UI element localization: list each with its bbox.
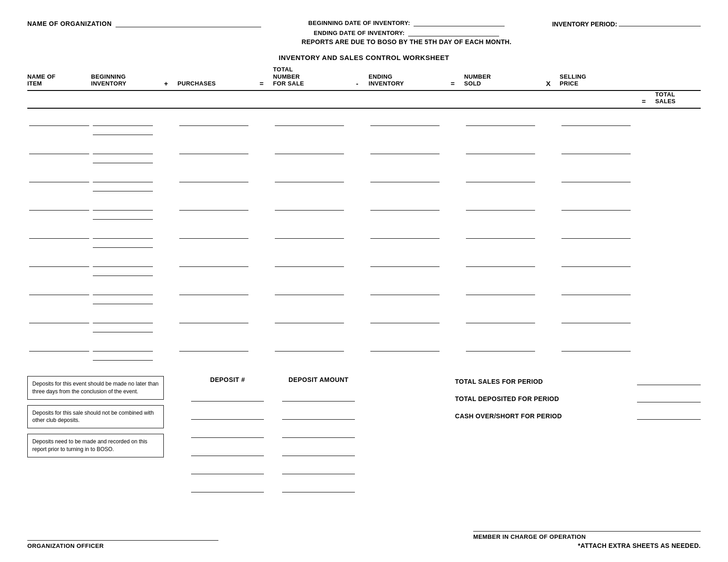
deposit-amount-label: DEPOSIT AMOUNT <box>282 376 355 383</box>
cell-num-sold <box>466 342 535 351</box>
cell-name <box>29 230 89 239</box>
cash-over-short-label: CASH OVER/SHORT FOR PERIOD <box>455 412 562 420</box>
cell-ending-inv <box>370 286 440 295</box>
cell-ending-inv <box>370 145 440 154</box>
table-row <box>27 334 701 362</box>
attach-note: *ATTACH EXTRA SHEETS AS NEEDED. <box>578 542 701 549</box>
cell-begin-inv <box>93 258 153 267</box>
cell-ending-inv <box>370 173 440 182</box>
deposit-amount-line-5 <box>282 465 355 474</box>
cell-total-sales <box>93 154 153 163</box>
cell-total-for-sale <box>275 258 344 267</box>
column-headers: NAME OFITEM BEGINNINGINVENTORY + PURCHAS… <box>27 66 701 91</box>
cell-selling-price <box>561 201 631 211</box>
cell-total-sales <box>93 211 153 220</box>
cell-selling-price <box>561 173 631 182</box>
cell-total-sales <box>93 295 153 304</box>
deposit-amount-line-6 <box>282 483 355 492</box>
table-row <box>27 137 701 165</box>
cash-over-short-row: CASH OVER/SHORT FOR PERIOD <box>455 411 701 420</box>
total-sales-period-row: TOTAL SALES FOR PERIOD <box>455 376 701 385</box>
cell-total-for-sale <box>275 286 344 295</box>
table-row <box>27 221 701 250</box>
notes-section: Deposits for this event should be made n… <box>27 376 164 495</box>
table-row <box>27 109 701 137</box>
cell-total-sales <box>93 182 153 191</box>
ending-date-line <box>408 28 499 36</box>
cell-purchases <box>179 286 248 295</box>
cell-num-sold <box>466 201 535 211</box>
table-row <box>27 278 701 306</box>
cell-purchases <box>179 314 248 323</box>
deposit-section: DEPOSIT # DEPOSIT AMOUNT <box>164 376 437 495</box>
cell-name <box>29 173 89 182</box>
cell-selling-price <box>561 117 631 126</box>
cell-name <box>29 342 89 351</box>
cash-over-short-line <box>637 411 701 420</box>
col-headers-row2: = TOTALSALES <box>27 91 701 109</box>
cell-total-sales <box>93 323 153 332</box>
col-beginning-inventory: BEGINNINGINVENTORY <box>91 73 155 87</box>
cell-selling-price <box>561 314 631 323</box>
member-label: MEMBER IN CHARGE OF OPERATION <box>473 533 586 540</box>
cell-num-sold <box>466 258 535 267</box>
org-name-label: NAME OF ORGANIZATION <box>27 20 112 27</box>
cell-begin-inv <box>93 145 153 154</box>
cell-total-for-sale <box>275 201 344 211</box>
totals-section: TOTAL SALES FOR PERIOD TOTAL DEPOSITED F… <box>437 376 701 495</box>
cell-purchases <box>179 342 248 351</box>
cell-purchases <box>179 145 248 154</box>
cell-begin-inv <box>93 117 153 126</box>
inventory-period-line <box>619 18 701 26</box>
col-op-x: X <box>537 80 560 87</box>
col-op-plus: + <box>155 80 177 87</box>
deposit-num-line-2 <box>191 411 264 420</box>
cell-selling-price <box>561 145 631 154</box>
total-deposited-period-label: TOTAL DEPOSITED FOR PERIOD <box>455 395 559 402</box>
cell-selling-price <box>561 230 631 239</box>
cell-begin-inv <box>93 286 153 295</box>
inventory-period-label: INVENTORY PERIOD: <box>552 20 617 28</box>
note-box-1: Deposits for this event should be made n… <box>27 376 164 400</box>
col-selling-price: SELLINGPRICE <box>560 73 632 87</box>
cell-total-for-sale <box>275 145 344 154</box>
cell-begin-inv <box>93 342 153 351</box>
officer-signature-line <box>27 532 218 541</box>
cell-total-for-sale <box>275 342 344 351</box>
cell-total-for-sale <box>275 173 344 182</box>
table-row <box>27 165 701 193</box>
deposit-amount-line-2 <box>282 411 355 420</box>
beginning-date-label: BEGINNING DATE OF INVENTORY: <box>308 20 410 26</box>
cell-ending-inv <box>370 117 440 126</box>
cell-purchases <box>179 117 248 126</box>
footer-member: MEMBER IN CHARGE OF OPERATION *ATTACH EX… <box>473 522 701 549</box>
deposit-num-line-6 <box>191 483 264 492</box>
cell-begin-inv <box>93 173 153 182</box>
table-row <box>27 250 701 278</box>
deposit-amount-col: DEPOSIT AMOUNT <box>282 376 355 495</box>
note-box-3: Deposits need to be made and recorded on… <box>27 434 164 457</box>
cell-purchases <box>179 230 248 239</box>
deposit-amount-line-1 <box>282 392 355 401</box>
cell-num-sold <box>466 230 535 239</box>
deposit-amount-line-4 <box>282 447 355 456</box>
cell-begin-inv <box>93 230 153 239</box>
cell-num-sold <box>466 145 535 154</box>
cell-purchases <box>179 173 248 182</box>
reports-due: REPORTS ARE DUE TO BOSO BY THE 5TH DAY O… <box>270 38 543 45</box>
cell-total-sales <box>93 239 153 248</box>
cell-num-sold <box>466 286 535 295</box>
col-number-sold: NUMBERSOLD <box>464 73 537 87</box>
cell-ending-inv <box>370 230 440 239</box>
cell-total-for-sale <box>275 117 344 126</box>
deposit-num-line-5 <box>191 465 264 474</box>
cell-purchases <box>179 201 248 211</box>
cell-ending-inv <box>370 201 440 211</box>
cell-num-sold <box>466 173 535 182</box>
cell-selling-price <box>561 342 631 351</box>
deposit-num-line-4 <box>191 447 264 456</box>
cell-name <box>29 145 89 154</box>
total-deposited-period-line <box>637 393 701 402</box>
col-op-equals1: = <box>250 80 273 87</box>
beginning-date-line <box>414 18 505 26</box>
